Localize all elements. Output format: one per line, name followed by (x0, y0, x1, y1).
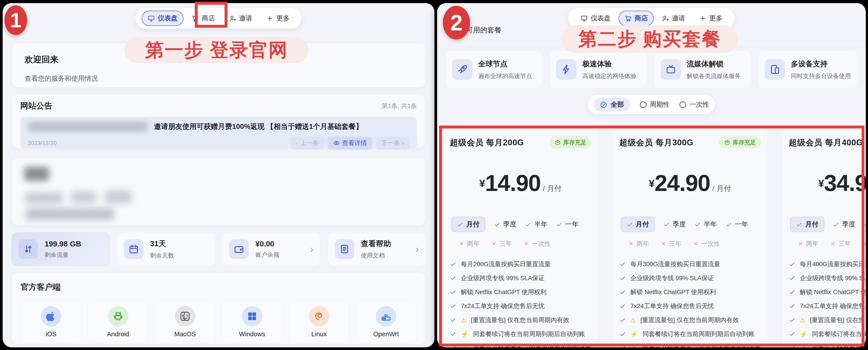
cart-icon (191, 14, 199, 22)
client-macos[interactable]: MacOS (155, 300, 215, 344)
remaining-days-value: 31天 (150, 239, 174, 249)
billing-quarterly[interactable]: 季度 (833, 220, 855, 229)
nav-invite[interactable]: 邀请 (223, 11, 258, 26)
billing-twoyear: 两年 (798, 240, 818, 248)
filter-onetime[interactable]: 一次性 (679, 100, 709, 109)
check-icon (450, 261, 457, 268)
nav-dashboard-label: 仪表盘 (591, 14, 611, 23)
billing-monthly[interactable]: 月付 (621, 217, 655, 232)
nav-more-label: 更多 (709, 14, 722, 23)
nav-dashboard[interactable]: 仪表盘 (142, 11, 183, 26)
chevron-right-icon: › (415, 244, 419, 255)
check-icon (789, 317, 795, 323)
check-icon (789, 275, 795, 281)
chevron-right-icon: › (310, 244, 313, 255)
nav-shop[interactable]: 商店 (619, 11, 654, 26)
prev-announcement-button[interactable]: ‹ 上一条 (290, 137, 324, 149)
stock-badge: 库存充足 (550, 136, 591, 149)
billing-threeyear: 三年 (660, 240, 681, 248)
check-icon (864, 221, 866, 228)
stat-card-balance[interactable]: ¥0.00 账户余额 › (222, 232, 320, 266)
x-icon (693, 241, 699, 247)
billing-yearly[interactable]: 一年 (556, 220, 579, 229)
announcement-card: 网站公告 第1条, 共1条 邀请朋友使用可获赠月费100%返现 【相当于赠送1个… (11, 94, 426, 148)
next-announcement-button[interactable]: 下一条 › (376, 137, 409, 149)
client-openwrt-label: OpenWrt (373, 330, 399, 338)
filter-all[interactable]: 全部 (594, 98, 630, 111)
nav-more[interactable]: 更多 (260, 11, 296, 26)
plan-feature: 解锁 Netflix ChatGPT 使用权利 (619, 288, 761, 296)
x-icon (491, 241, 497, 247)
nav-shop-label: 商店 (202, 14, 215, 23)
client-ios-label: iOS (46, 330, 56, 338)
plan-price: ¥14.90/ 月付 (450, 170, 591, 196)
bolt-icon: ⚡ (800, 330, 808, 338)
plan-title: 超级会员 每月300G (619, 137, 693, 148)
billing-twoyear: 两年 (628, 240, 649, 248)
filter-recurring[interactable]: 周期性 (640, 100, 670, 109)
billing-quarterly[interactable]: 季度 (494, 220, 517, 229)
check-icon (450, 345, 457, 347)
billing-monthly[interactable]: 月付 (451, 217, 485, 232)
bolt-icon: ⚡ (630, 345, 638, 348)
billing-onetime: 一次性 (524, 240, 551, 248)
feature-card-nodes: 全球节点 遍布全球的高速节点 (445, 50, 542, 88)
warning-icon: ⚠ (800, 316, 805, 324)
stat-card-days[interactable]: 31天 剩余天数 (117, 232, 215, 266)
client-windows-label: Windows (239, 330, 265, 338)
x-icon (830, 241, 836, 247)
welcome-subtitle: 查看您的服务和使用情况 (25, 74, 412, 83)
lightning-icon (556, 59, 577, 80)
cube-icon (724, 139, 731, 146)
check-icon (619, 275, 626, 281)
remaining-traffic-label: 剩余流量 (44, 251, 81, 259)
client-ios[interactable]: iOS (21, 300, 82, 344)
nav-more[interactable]: 更多 (693, 11, 728, 26)
client-linux[interactable]: Linux (289, 300, 350, 344)
billing-halfyear[interactable]: 半年 (694, 220, 717, 229)
x-icon (524, 241, 529, 247)
check-icon (556, 221, 563, 228)
billing-yearly[interactable]: 一年 (725, 220, 748, 229)
billing-threeyear: 三年 (491, 240, 512, 248)
stat-card-help[interactable]: 查看帮助 使用文档 › (328, 232, 426, 266)
client-android-label: Android (107, 330, 129, 338)
stat-card-traffic[interactable]: 199.98 GB 剩余流量 (11, 232, 110, 266)
nav-more-label: 更多 (276, 14, 290, 23)
announcement-item[interactable]: 邀请朋友使用可获赠月费100%返现 【相当于赠送1个月基础套餐】 2023/12… (20, 117, 417, 148)
redacted-subscription-card (11, 158, 426, 225)
plan-features: 每月400G流量按购买日重置流量 企业级跨境专线 99% SLA保证 解锁 Ne… (789, 260, 866, 347)
client-android[interactable]: Android (88, 300, 149, 344)
billing-monthly[interactable]: 月付 (790, 217, 824, 232)
finder-icon (175, 306, 195, 326)
stock-badge: 库存充足 (719, 136, 761, 149)
client-windows[interactable]: Windows (222, 300, 282, 344)
shop-window: 仪表盘 商店 邀请 更多 购买可用的套餐 全球节点 遍布全球的高速节点 (437, 3, 866, 347)
billing-halfyear[interactable]: 半年 (864, 220, 866, 229)
client-openwrt[interactable]: OpenWrt (355, 300, 416, 344)
view-detail-button[interactable]: 查看详情 (328, 137, 372, 149)
step-2-annotation: 第二步 购买套餐 (561, 25, 738, 53)
plan-feature: 企业级跨境专线 99% SLA保证 (619, 274, 761, 282)
announcement-counter: 第1条, 共1条 (381, 102, 417, 110)
features-row: 全球节点 遍布全球的高速节点 极速体验 高速稳定的网络体验 流媒体解锁 解锁各类… (445, 50, 857, 88)
billing-quarterly[interactable]: 季度 (663, 220, 686, 229)
billing-onetime: 一次性 (693, 240, 720, 248)
warning-icon: ⚠ (630, 316, 636, 324)
monitor-icon (148, 14, 155, 22)
nav-shop[interactable]: 商店 (186, 11, 221, 26)
plan-feature: 7x24工单支持 确保您售后无忧 (619, 302, 761, 310)
plan-feature: ⚠[重置流量包] 仅在您当前周期内有效 (789, 316, 866, 324)
plan-features: 每月300G流量按购买日重置流量 企业级跨境专线 99% SLA保证 解锁 Ne… (619, 260, 761, 347)
document-icon (335, 239, 354, 259)
stats-row: 199.98 GB 剩余流量 31天 剩余天数 ¥0.00 账户余额 › (11, 232, 426, 266)
calendar-icon (124, 239, 144, 259)
chevron-left-icon: ‹ (296, 140, 298, 147)
nav-invite[interactable]: 邀请 (656, 11, 691, 26)
billing-halfyear[interactable]: 半年 (525, 220, 548, 229)
x-icon (863, 241, 866, 247)
check-icon (619, 289, 626, 295)
check-icon (725, 221, 732, 228)
nav-dashboard[interactable]: 仪表盘 (575, 11, 616, 26)
check-icon (694, 221, 701, 228)
